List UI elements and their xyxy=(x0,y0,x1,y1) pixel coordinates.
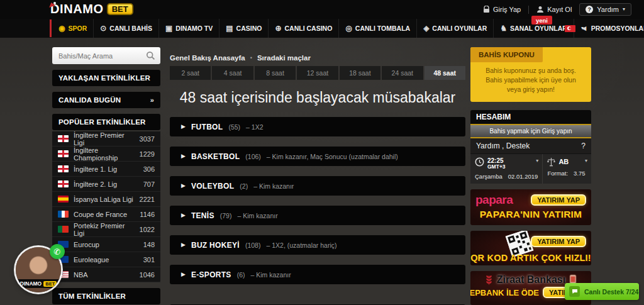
current-time: 22:25 xyxy=(487,157,506,164)
sport-name: BASKETBOL xyxy=(191,152,240,161)
dinamobet-logo[interactable]: DINAMO BET xyxy=(48,2,133,16)
chevron-down-icon[interactable]: ▾ xyxy=(536,158,538,164)
league-row[interactable]: İngiltere 2. Lig 707 xyxy=(52,177,160,192)
sport-category-list: ▶ FUTBOL (55) – 1X2 ▶ BASKETBOL (106) – … xyxy=(170,117,465,305)
live-support-button[interactable]: Canlı Destek 7/24 xyxy=(565,283,639,300)
chevron-down-icon[interactable]: ▾ xyxy=(585,158,587,164)
breadcrumb-current: Sıradaki maçlar xyxy=(257,54,311,62)
sidebar-item-live-today[interactable]: CANLIDA BUGÜN » xyxy=(52,92,160,108)
search-icon[interactable] xyxy=(146,51,155,60)
help-dropdown[interactable]: ? Yardım ▾ xyxy=(579,3,631,16)
league-name: Coupe de France xyxy=(74,211,127,218)
time-tab[interactable]: 12 saat xyxy=(297,66,338,80)
odds-format-selector[interactable]: AB ▾ Format: 3.75 xyxy=(543,154,591,184)
nav-item[interactable]: ⊕ CANLI CASINO xyxy=(269,19,339,38)
nav-item[interactable]: ◄ PROMOSYONLAR xyxy=(574,19,644,38)
sport-category-bar[interactable]: ▶ E-SPORTS (6) – Kim kazanır xyxy=(170,265,465,284)
league-row[interactable]: Euroleague 301 xyxy=(52,252,160,267)
league-row[interactable]: İngiltere Premier Ligi 3037 xyxy=(52,131,160,147)
play-icon: ▶ xyxy=(181,124,186,130)
stopwatch-icon: ⊙ xyxy=(100,25,106,32)
league-name: Portekiz Premier Ligi xyxy=(74,222,135,237)
sidebar-item-upcoming-events[interactable]: YAKLAŞAN ETKİNLİKLER xyxy=(52,70,160,86)
sport-market-detail: – Kim kazanır, Maç Sonucu (uzatmalar dah… xyxy=(267,153,398,160)
user-icon xyxy=(536,6,544,13)
league-count: 148 xyxy=(143,241,155,248)
nav-item[interactable]: ◎ CANLI TOMBALA xyxy=(339,19,417,38)
search-box[interactable] xyxy=(52,47,160,64)
banner-text: PAPARA'NIN YATIRIM xyxy=(475,209,586,220)
game-wheel-icon: ◈ xyxy=(423,25,429,32)
login-link[interactable]: Giriş Yap xyxy=(483,6,521,13)
time-tab[interactable]: 24 saat xyxy=(382,66,423,80)
nav-item[interactable]: ⊙ CANLI BAHİS xyxy=(94,19,159,38)
breadcrumb-home[interactable]: Genel Bakış Anasayfa xyxy=(170,54,245,62)
league-count: 306 xyxy=(143,165,155,173)
casino-chip-icon: ⊕ xyxy=(275,25,281,32)
league-row[interactable]: İngiltere Championship 1229 xyxy=(52,147,160,162)
banner-text: CEPBANK İLE ÖDE xyxy=(470,288,539,297)
nav-item[interactable]: ◉ SPOR xyxy=(52,19,94,38)
nav-left-accent xyxy=(50,19,52,37)
nav-item[interactable]: ▤ CASINO xyxy=(219,19,269,38)
virtual-horse-icon: ♞ xyxy=(500,25,507,32)
sport-category-bar[interactable]: ▶ TENİS (79) – Kim kazanır xyxy=(170,206,465,225)
login-prompt-button[interactable]: Bahis yapmak için Giriş yapın xyxy=(470,125,591,138)
league-row[interactable]: NBA 1046 xyxy=(52,267,160,282)
search-input[interactable] xyxy=(57,52,142,60)
league-row[interactable]: Coupe de France 1146 xyxy=(52,207,160,222)
turkish-flag-icon xyxy=(565,25,575,32)
double-arrow-icon: » xyxy=(150,96,154,104)
sport-category-bar[interactable]: ▶ FUTBOL (55) – 1X2 xyxy=(170,117,465,136)
league-count: 1022 xyxy=(140,226,155,233)
register-link[interactable]: Kayıt Ol xyxy=(536,6,572,13)
day-label: Çarşamba xyxy=(475,173,502,180)
account-panel: HESABIM Bahis yapmak için Giriş yapın Ya… xyxy=(470,110,591,184)
sidebar-item-popular-events[interactable]: POPÜLER ETKİNLİKLER xyxy=(52,114,160,130)
league-name: İngiltere Championship xyxy=(74,147,135,162)
papara-deposit-banner[interactable]: papara YATIRIM YAP PAPARA'NIN YATIRIM xyxy=(470,189,591,225)
sport-category-bar[interactable]: ▶ BUZ HOKEYİ (108) – 1X2, (uzatmalar har… xyxy=(170,235,465,255)
help-support-row[interactable]: Yardım , Destek ? xyxy=(470,138,591,153)
soccer-ball-icon: ◉ xyxy=(58,25,65,32)
banner-text: QR KOD ARTIK ÇOK HIZLI! xyxy=(470,253,591,263)
deposit-button[interactable]: YATIRIM YAP xyxy=(531,236,586,247)
deposit-button[interactable]: YATIRIM YAP xyxy=(531,194,586,206)
league-flag xyxy=(58,211,69,218)
time-tab[interactable]: 2 saat xyxy=(170,66,211,80)
league-row[interactable]: İngiltere 1. Lig 306 xyxy=(52,162,160,177)
sport-category-bar[interactable]: ▶ BASKETBOL (106) – Kim kazanır, Maç Son… xyxy=(170,147,465,166)
question-icon: ? xyxy=(586,6,593,13)
league-name: İngiltere 2. Lig xyxy=(74,180,117,188)
nav-item[interactable]: ◈ CANLI OYUNLAR xyxy=(417,19,494,38)
sport-count: (55) xyxy=(228,123,240,131)
new-badge: yeni xyxy=(531,16,552,25)
time-tab[interactable]: 8 saat xyxy=(255,66,296,80)
nav-item[interactable]: ▣ DINAMO TV xyxy=(159,19,219,38)
league-count: 3037 xyxy=(140,135,155,143)
league-flag xyxy=(58,165,69,172)
qr-deposit-banner[interactable]: YATIRIM YAP QR KOD ARTIK ÇOK HIZLI! xyxy=(470,231,591,265)
main-content: Genel Bakış Anasayfa • Sıradaki maçlar 2… xyxy=(170,54,465,305)
bet-slip-title: BAHİS KUPONU xyxy=(470,47,543,62)
league-name: Euroleague xyxy=(74,256,109,263)
time-tab[interactable]: 18 saat xyxy=(340,66,380,80)
question-icon: ? xyxy=(581,141,586,150)
league-row[interactable]: İspanya LaLiga Ligi 2221 xyxy=(52,192,160,207)
language-selector[interactable]: ▾ xyxy=(565,19,584,38)
timezone-selector[interactable]: 22:25 GMT+3 ▾ Çarşamba 02.01.2019 xyxy=(470,154,543,184)
sport-name: VOLEYBOL xyxy=(191,182,234,191)
time-tab[interactable]: 4 saat xyxy=(212,66,253,80)
league-row[interactable]: Portekiz Premier Ligi 1022 xyxy=(52,222,160,237)
bet-slip-panel: BAHİS KUPONU Bahis kuponunuz şu anda boş… xyxy=(470,47,591,102)
sport-category-bar[interactable]: ▶ VOLEYBOL (2) – Kim kazanır xyxy=(170,176,465,196)
whatsapp-icon[interactable]: ✆ xyxy=(50,244,65,259)
time-tab[interactable]: 48 saat xyxy=(425,66,465,80)
sidebar-item-all-events[interactable]: TÜM ETKİNLİKLER xyxy=(52,288,160,304)
breadcrumb-separator: • xyxy=(250,55,252,61)
breadcrumb: Genel Bakış Anasayfa • Sıradaki maçlar xyxy=(170,54,465,62)
time-filter-tabs: 2 saat 4 saat 8 saat 12 saat 18 saat 24 … xyxy=(170,66,465,80)
league-row[interactable]: Eurocup 148 xyxy=(52,237,160,252)
brand-bet-badge: BET xyxy=(107,3,133,15)
sport-name: E-SPORTS xyxy=(191,270,231,279)
